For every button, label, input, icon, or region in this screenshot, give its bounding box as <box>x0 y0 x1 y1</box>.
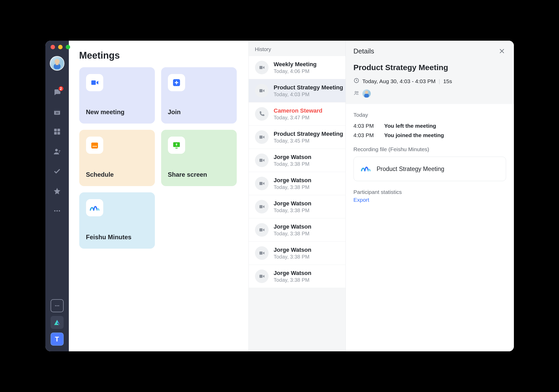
svg-rect-33 <box>259 252 263 255</box>
stats-label: Participant statistics <box>354 189 506 195</box>
export-link[interactable]: Export <box>354 197 506 203</box>
svg-rect-8 <box>54 132 57 134</box>
main-panel: Meetings New meeting Join Schedule <box>69 41 249 351</box>
event-text: You left the meeting <box>384 123 436 129</box>
sidebar-bottom-apps: T <box>51 299 64 346</box>
history-time: Today, 3:45 PM <box>274 138 343 144</box>
svg-point-21 <box>93 146 94 147</box>
nav-contacts[interactable] <box>52 147 62 156</box>
svg-point-11 <box>54 210 55 212</box>
plus-icon <box>168 74 185 91</box>
svg-rect-26 <box>259 66 263 69</box>
svg-point-22 <box>94 146 95 147</box>
history-time: Today, 4:06 PM <box>274 68 317 74</box>
video-icon <box>255 270 269 283</box>
svg-point-16 <box>58 305 59 306</box>
details-participants <box>354 89 506 98</box>
svg-rect-25 <box>175 148 178 149</box>
close-window-button[interactable] <box>51 45 55 49</box>
event-text: You joined the meeting <box>384 132 444 138</box>
history-time: Today, 3:38 PM <box>274 254 312 260</box>
svg-rect-27 <box>259 89 263 92</box>
svg-rect-7 <box>57 129 60 131</box>
event-time: 4:03 PM <box>354 123 380 129</box>
svg-rect-4 <box>54 109 60 111</box>
recording-title: Product Strategy Meeting <box>377 166 445 173</box>
details-time: Today, Aug 30, 4:03 - 4:03 PM <box>362 78 436 84</box>
mini-t-app[interactable]: T <box>51 333 64 346</box>
details-meeting-title: Product Strategy Meeting <box>354 63 506 72</box>
history-title: Jorge Watson <box>274 223 312 230</box>
events-list: 4:03 PMYou left the meeting4:03 PMYou jo… <box>354 123 506 138</box>
svg-point-37 <box>357 91 358 93</box>
svg-rect-9 <box>57 132 60 134</box>
video-icon <box>255 130 269 144</box>
nav-favorites[interactable] <box>52 186 62 196</box>
svg-rect-29 <box>259 159 263 162</box>
history-title: Jorge Watson <box>274 200 312 207</box>
action-tiles: New meeting Join Schedule Share screen <box>79 67 238 249</box>
mini-t-letter: T <box>55 335 59 343</box>
nav-calendar[interactable]: 30 <box>52 107 62 117</box>
history-time: Today, 3:38 PM <box>274 207 312 213</box>
participant-avatar[interactable] <box>362 89 371 98</box>
history-time: Today, 3:38 PM <box>274 161 312 167</box>
minimize-window-button[interactable] <box>58 45 63 49</box>
video-icon <box>255 177 269 190</box>
history-time: Today, 3:38 PM <box>274 231 312 237</box>
history-time: Today, 4:03 PM <box>274 91 343 97</box>
nav-tasks[interactable] <box>52 167 62 176</box>
svg-rect-17 <box>91 81 96 85</box>
video-icon <box>255 84 269 97</box>
history-title: Jorge Watson <box>274 247 312 253</box>
history-title: Weekly Meeting <box>274 61 317 68</box>
tile-share-screen[interactable]: Share screen <box>161 130 237 186</box>
svg-rect-20 <box>91 143 98 144</box>
video-icon <box>255 223 269 237</box>
svg-point-15 <box>57 305 58 306</box>
tile-label: Schedule <box>86 171 148 178</box>
history-title: Product Strategy Meeting <box>274 84 343 91</box>
tile-feishu-minutes[interactable]: Feishu Minutes <box>79 192 155 249</box>
phone-icon <box>255 107 269 121</box>
svg-rect-2 <box>56 63 58 65</box>
details-body: Today 4:03 PMYou left the meeting4:03 PM… <box>346 104 514 211</box>
video-icon <box>255 246 269 260</box>
minutes-icon <box>86 199 103 216</box>
close-details-button[interactable] <box>498 47 506 55</box>
user-avatar[interactable] <box>50 56 64 71</box>
mini-feishu-app[interactable] <box>51 316 64 329</box>
nav-more[interactable] <box>52 206 62 216</box>
tile-schedule[interactable]: Schedule <box>79 130 155 186</box>
svg-rect-32 <box>259 228 263 231</box>
recording-label: Recording file (Feishu Minutes) <box>354 146 506 152</box>
mini-more-apps[interactable] <box>51 299 64 312</box>
chat-badge: 2 <box>58 86 64 91</box>
history-title: Product Strategy Meeting <box>274 131 343 137</box>
details-duration: 15s <box>443 78 452 84</box>
window-controls <box>45 45 70 49</box>
maximize-window-button[interactable] <box>66 45 70 49</box>
nav-apps[interactable] <box>52 127 62 136</box>
svg-rect-6 <box>54 129 57 131</box>
video-icon <box>255 61 269 74</box>
tile-new-meeting[interactable]: New meeting <box>79 67 155 124</box>
history-title: Cameron Steward <box>274 107 323 114</box>
svg-rect-34 <box>259 275 263 278</box>
details-meta: Today, Aug 30, 4:03 - 4:03 PM | 15s <box>354 78 506 85</box>
svg-point-0 <box>54 59 59 64</box>
history-title: Jorge Watson <box>274 270 312 277</box>
nav-chat[interactable]: 2 <box>52 87 62 97</box>
svg-point-23 <box>95 146 96 147</box>
history-panel: History Weekly MeetingToday, 4:06 PMProd… <box>249 41 514 351</box>
video-icon <box>255 200 269 213</box>
clock-icon <box>354 78 359 85</box>
details-header: Details Product Strategy Meeting Today, … <box>346 41 514 104</box>
event-row: 4:03 PMYou left the meeting <box>354 123 506 129</box>
tile-join[interactable]: Join <box>161 67 237 124</box>
svg-rect-31 <box>259 205 263 208</box>
video-plus-icon <box>86 74 103 91</box>
minutes-icon <box>360 163 372 175</box>
calendar-icon <box>86 137 103 154</box>
recording-card[interactable]: Product Strategy Meeting <box>354 157 506 181</box>
